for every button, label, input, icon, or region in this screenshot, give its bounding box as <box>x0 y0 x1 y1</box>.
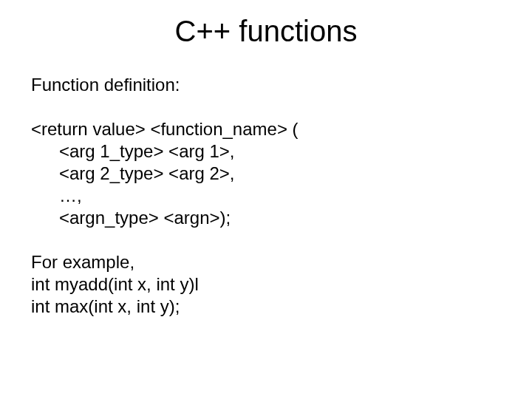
example-block: For example, int myadd(int x, int y)l in… <box>31 251 532 318</box>
syntax-block: <return value> <function_name> ( <arg 1_… <box>31 118 532 229</box>
slide-content: Function definition: <return value> <fun… <box>0 74 532 318</box>
example-line-2: int myadd(int x, int y)l <box>31 273 532 296</box>
syntax-line-4: …, <box>31 185 532 207</box>
example-line-3: int max(int x, int y); <box>31 296 532 318</box>
example-line-1: For example, <box>31 251 532 273</box>
syntax-line-1: <return value> <function_name> ( <box>31 118 532 140</box>
syntax-line-5: <argn_type> <argn>); <box>31 207 532 229</box>
slide-title: C++ functions <box>0 15 532 48</box>
section-heading: Function definition: <box>31 74 532 96</box>
syntax-line-3: <arg 2_type> <arg 2>, <box>31 163 532 185</box>
syntax-line-2: <arg 1_type> <arg 1>, <box>31 140 532 163</box>
